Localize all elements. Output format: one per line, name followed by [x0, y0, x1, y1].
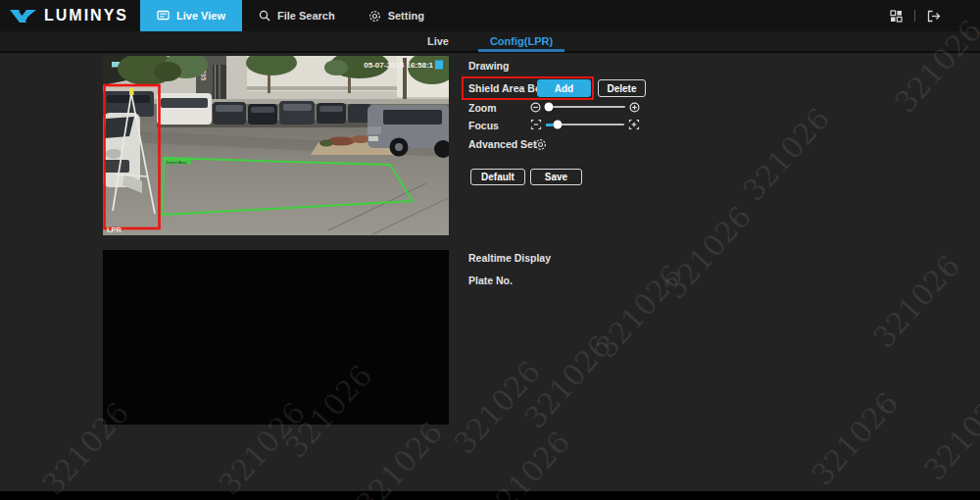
delete-button[interactable]: Delete — [598, 79, 646, 97]
plate-no-label: Plate No. — [468, 275, 513, 286]
advanced-set-gear-icon[interactable] — [534, 137, 547, 155]
channel-label: LPR — [107, 225, 122, 234]
watermark-text: 321026 — [589, 258, 690, 365]
default-button[interactable]: Default — [470, 169, 525, 185]
watermark-text: 321026 — [917, 380, 980, 487]
zoom-label: Zoom — [468, 102, 497, 114]
nav-tab-label: Setting — [388, 10, 424, 22]
tab-config-lpr-label: Config(LPR) — [490, 35, 553, 47]
save-button[interactable]: Save — [530, 169, 582, 185]
zoom-slider-knob[interactable] — [545, 103, 554, 112]
nav-tab-setting[interactable]: Setting — [352, 0, 441, 31]
shield-area-box-label: Shield Area Box — [468, 82, 547, 94]
luminys-logo-icon — [10, 8, 36, 25]
brand-name: LUMINYS — [44, 7, 128, 25]
lpr-snapshot-panel — [103, 250, 449, 425]
zoom-slider — [530, 100, 640, 114]
zoom-in-icon[interactable] — [629, 102, 640, 113]
tab-live-label: Live — [427, 35, 449, 47]
focus-slider-track[interactable] — [546, 124, 624, 125]
top-navbar: LUMINYS Live View File Search — [0, 0, 980, 31]
nav-tab-live-view[interactable]: Live View — [140, 0, 242, 31]
parking-lot-scene: 15235 — [103, 56, 449, 235]
watermark-text: 321026 — [517, 328, 618, 435]
watermark-text: 321026 — [736, 101, 837, 208]
watermark-text: 321026 — [658, 199, 759, 306]
watermark-text: 321026 — [349, 415, 450, 500]
watermark-text: 321026 — [805, 385, 906, 492]
watermark-text: 321026 — [476, 425, 577, 500]
live-view-icon — [157, 10, 170, 22]
view-mode-tabs: Live Config(LPR) — [0, 31, 980, 53]
advanced-set-label: Advanced Set — [468, 138, 536, 150]
add-button[interactable]: Add — [537, 79, 591, 97]
nav-tab-label: Live View — [176, 10, 225, 22]
luminys-app-window: LUMINYS Live View File Search — [0, 0, 980, 500]
watermark-text: 321026 — [866, 248, 967, 355]
zoom-out-icon[interactable] — [530, 102, 541, 113]
tab-live[interactable]: Live — [419, 30, 457, 52]
navbar-right-actions — [890, 0, 980, 31]
watermark-text: 321026 — [447, 354, 548, 461]
brand-logo: LUMINYS — [0, 0, 140, 31]
main-nav-tabs: Live View File Search Setting — [140, 0, 441, 31]
nav-tab-file-search[interactable]: File Search — [242, 0, 352, 31]
drawing-section-title: Drawing — [468, 60, 509, 72]
focus-label: Focus — [468, 120, 499, 131]
camera-live-view[interactable]: 15235 — [103, 56, 449, 235]
focus-slider-knob[interactable] — [554, 121, 563, 129]
navbar-divider — [914, 10, 915, 22]
nav-tab-label: File Search — [277, 10, 335, 22]
zoom-slider-track[interactable] — [545, 106, 625, 108]
gear-icon — [368, 10, 381, 23]
bottom-bar — [0, 491, 980, 500]
layout-grid-icon[interactable] — [890, 10, 903, 23]
tab-config-lpr[interactable]: Config(LPR) — [482, 30, 561, 52]
search-icon — [259, 10, 270, 22]
focus-slider — [530, 118, 640, 131]
camera-timestamp: 05-07-2025 16:58:1 — [364, 61, 433, 70]
detect-area-label: Detect Area — [167, 160, 188, 165]
focus-near-icon[interactable] — [530, 119, 542, 130]
focus-far-icon[interactable] — [628, 119, 640, 130]
logout-icon[interactable] — [927, 10, 941, 23]
shield-area-box-row: Shield Area Box Add — [462, 76, 594, 100]
realtime-display-label: Realtime Display — [468, 252, 551, 264]
